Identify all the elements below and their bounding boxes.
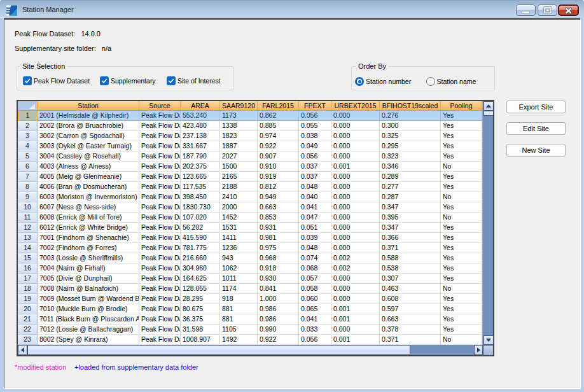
table-cell[interactable]: 0.463 bbox=[380, 284, 441, 294]
table-cell[interactable]: 0.922 bbox=[258, 335, 299, 345]
table-cell[interactable]: 0.295 bbox=[380, 141, 441, 151]
table-cell[interactable]: Yes bbox=[441, 223, 482, 233]
table-cell[interactable]: 0.968 bbox=[258, 253, 299, 263]
table-cell[interactable]: 7003 (Lossie @ Sheriffmills) bbox=[38, 253, 139, 263]
table-cell[interactable]: 0.002 bbox=[331, 263, 380, 274]
table-cell[interactable]: 1823 bbox=[220, 131, 258, 141]
table-cell[interactable]: 415.590 bbox=[181, 233, 220, 243]
table-cell[interactable]: 0.287 bbox=[380, 192, 441, 202]
table-cell[interactable]: 0.289 bbox=[380, 172, 441, 182]
table-cell[interactable]: 0.000 bbox=[331, 172, 380, 182]
table-row[interactable]: 217011 (Black Burn @ Pluscarden Abbey)Pe… bbox=[18, 314, 482, 325]
table-corner-cell[interactable] bbox=[18, 101, 38, 111]
table-cell[interactable]: 0.055 bbox=[299, 121, 331, 131]
table-cell[interactable]: Yes bbox=[441, 172, 482, 182]
table-cell[interactable]: 3002 (Carron @ Sgodachail) bbox=[38, 131, 139, 141]
table-cell[interactable]: 881 bbox=[220, 314, 258, 325]
table-cell[interactable]: 0.000 bbox=[331, 111, 380, 121]
table-cell[interactable]: 4006 (Bran @ Dosmucheran) bbox=[38, 182, 139, 192]
table-cell[interactable]: 0.002 bbox=[331, 253, 380, 263]
table-cell[interactable]: No bbox=[441, 335, 482, 345]
table-cell[interactable]: 0.588 bbox=[380, 253, 441, 263]
table-cell[interactable]: 0.395 bbox=[380, 213, 441, 223]
row-number[interactable]: 15 bbox=[18, 253, 38, 263]
table-cell[interactable]: 0.039 bbox=[299, 233, 331, 243]
table-cell[interactable]: 80.675 bbox=[181, 304, 220, 314]
table-cell[interactable]: 6012 (Enrick @ White Bridge) bbox=[38, 223, 139, 233]
table-cell[interactable]: 7010 (Muckle Burn @ Brodie) bbox=[38, 304, 139, 314]
row-number[interactable]: 23 bbox=[18, 335, 38, 345]
table-cell[interactable]: Peak Flow Dataset bbox=[139, 192, 181, 202]
table-cell[interactable]: 881 bbox=[220, 304, 258, 314]
table-cell[interactable]: Yes bbox=[441, 131, 482, 141]
table-cell[interactable]: 0.000 bbox=[331, 284, 380, 294]
table-cell[interactable]: Peak Flow Dataset bbox=[139, 314, 181, 325]
table-cell[interactable]: 0.931 bbox=[258, 223, 299, 233]
table-cell[interactable]: 202.375 bbox=[181, 162, 220, 172]
column-header-Station[interactable]: Station bbox=[38, 101, 139, 111]
table-cell[interactable]: 0.058 bbox=[299, 284, 331, 294]
table-cell[interactable]: Peak Flow Dataset bbox=[139, 202, 181, 213]
table-cell[interactable]: 0.038 bbox=[299, 131, 331, 141]
horizontal-scrollbar-thumb[interactable] bbox=[27, 345, 410, 355]
scroll-left-button[interactable] bbox=[18, 345, 27, 355]
table-cell[interactable]: 0.975 bbox=[258, 243, 299, 253]
table-cell[interactable]: 107.020 bbox=[181, 213, 220, 223]
table-cell[interactable]: Yes bbox=[441, 233, 482, 243]
scroll-down-button[interactable] bbox=[483, 335, 494, 345]
table-cell[interactable]: 0.051 bbox=[299, 223, 331, 233]
row-number[interactable]: 1 bbox=[18, 111, 38, 121]
table-cell[interactable]: Yes bbox=[441, 141, 482, 151]
export-site-button[interactable]: Export Site bbox=[506, 101, 566, 113]
table-row[interactable]: 126012 (Enrick @ White Bridge)Peak Flow … bbox=[18, 223, 482, 233]
row-number[interactable]: 8 bbox=[18, 182, 38, 192]
table-cell[interactable]: 0.000 bbox=[331, 233, 380, 243]
table-cell[interactable]: 1236 bbox=[220, 243, 258, 253]
row-number[interactable]: 16 bbox=[18, 263, 38, 274]
table-row[interactable]: 53004 (Cassley @ Rosehall)Peak Flow Data… bbox=[18, 151, 482, 162]
table-cell[interactable]: 237.138 bbox=[181, 131, 220, 141]
table-cell[interactable]: 187.790 bbox=[181, 151, 220, 162]
row-number[interactable]: 5 bbox=[18, 151, 38, 162]
table-cell[interactable]: 1887 bbox=[220, 141, 258, 151]
radio-station-name[interactable]: Station name bbox=[426, 76, 476, 87]
table-row[interactable]: 207010 (Muckle Burn @ Brodie)Peak Flow D… bbox=[18, 304, 482, 314]
table-cell[interactable]: 0.930 bbox=[258, 274, 299, 284]
table-cell[interactable]: 6003 (Moriston @ Invermoriston) bbox=[38, 192, 139, 202]
table-cell[interactable]: 1531 bbox=[220, 223, 258, 233]
table-cell[interactable]: 0.812 bbox=[258, 182, 299, 192]
row-number[interactable]: 17 bbox=[18, 274, 38, 284]
table-cell[interactable]: 1492 bbox=[220, 335, 258, 345]
row-number[interactable]: 4 bbox=[18, 141, 38, 151]
table-cell[interactable]: 0.033 bbox=[299, 325, 331, 335]
table-cell[interactable]: Yes bbox=[441, 111, 482, 121]
table-cell[interactable]: 1011 bbox=[220, 274, 258, 284]
table-cell[interactable]: 0.000 bbox=[331, 121, 380, 131]
row-number[interactable]: 18 bbox=[18, 284, 38, 294]
table-cell[interactable]: 0.307 bbox=[380, 274, 441, 284]
table-cell[interactable]: Peak Flow Dataset bbox=[139, 131, 181, 141]
table-cell[interactable]: Peak Flow Dataset bbox=[139, 335, 181, 345]
row-number[interactable]: 20 bbox=[18, 304, 38, 314]
table-cell[interactable]: 8002 (Spey @ Kinrara) bbox=[38, 335, 139, 345]
column-header-URBEXT2015[interactable]: URBEXT2015 bbox=[331, 101, 380, 111]
table-cell[interactable]: Peak Flow Dataset bbox=[139, 284, 181, 294]
table-cell[interactable]: 0.056 bbox=[299, 111, 331, 121]
table-cell[interactable]: 3003 (Oykel @ Easter Turnaig) bbox=[38, 141, 139, 151]
table-cell[interactable]: Peak Flow Dataset bbox=[139, 151, 181, 162]
table-cell[interactable]: 0.049 bbox=[299, 141, 331, 151]
table-cell[interactable]: No bbox=[441, 213, 482, 223]
table-cell[interactable]: 0.371 bbox=[380, 335, 441, 345]
row-number[interactable]: 10 bbox=[18, 202, 38, 213]
table-cell[interactable]: 0.000 bbox=[331, 141, 380, 151]
column-header-BFIHOST19scaled[interactable]: BFIHOST19scaled bbox=[380, 101, 441, 111]
column-header-AREA[interactable]: AREA bbox=[181, 101, 220, 111]
table-cell[interactable]: 398.450 bbox=[181, 192, 220, 202]
table-cell[interactable]: Peak Flow Dataset bbox=[139, 253, 181, 263]
table-cell[interactable]: 7009 (Mosset Burn @ Wardend Bridge) bbox=[38, 294, 139, 304]
maximize-button[interactable] bbox=[538, 4, 557, 16]
table-cell[interactable]: Yes bbox=[441, 263, 482, 274]
table-cell[interactable]: Peak Flow Dataset bbox=[139, 274, 181, 284]
table-cell[interactable]: 0.347 bbox=[380, 202, 441, 213]
table-cell[interactable]: 1174 bbox=[220, 284, 258, 294]
